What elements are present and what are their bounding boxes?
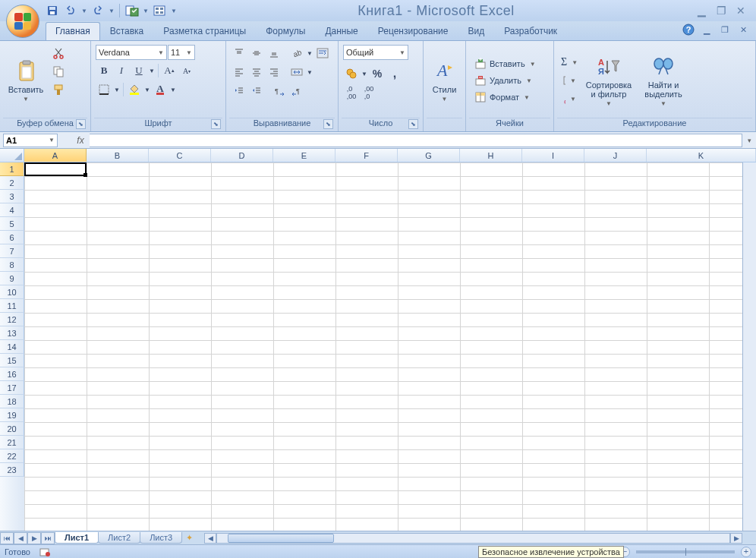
- hscroll-thumb[interactable]: [228, 534, 334, 543]
- font-dialog-launcher[interactable]: ⬊: [211, 119, 221, 129]
- sheet-tab[interactable]: Лист1: [55, 532, 99, 544]
- row-header[interactable]: 3: [0, 190, 24, 203]
- align-center-icon[interactable]: [248, 64, 265, 80]
- cell-grid[interactable]: [24, 162, 742, 531]
- qat-undo-dropdown[interactable]: ▼: [80, 2, 88, 19]
- bold-button[interactable]: B: [96, 62, 112, 79]
- new-sheet-button[interactable]: ✦: [181, 533, 197, 543]
- mdi-close-icon[interactable]: ✕: [733, 4, 748, 17]
- col-header[interactable]: H: [460, 149, 522, 162]
- font-color-button[interactable]: A: [152, 81, 169, 98]
- row-header[interactable]: 12: [0, 313, 24, 326]
- align-middle-icon[interactable]: [248, 45, 265, 61]
- formula-input[interactable]: [90, 134, 742, 147]
- ltr-icon[interactable]: ¶: [271, 83, 288, 99]
- sheet-tab[interactable]: Лист3: [140, 532, 182, 544]
- number-format-combo[interactable]: Общий▼: [343, 45, 408, 60]
- tab-insert[interactable]: Вставка: [100, 22, 154, 40]
- select-all-corner[interactable]: [0, 149, 24, 162]
- col-header[interactable]: A: [24, 149, 87, 162]
- hscroll-right[interactable]: ▶: [730, 533, 742, 544]
- qat-custom2-icon[interactable]: [151, 2, 168, 19]
- vertical-scrollbar[interactable]: [742, 162, 756, 531]
- align-right-icon[interactable]: [266, 64, 282, 80]
- delete-cells-button[interactable]: Удалить▼: [471, 72, 549, 89]
- alignment-dialog-launcher[interactable]: ⬊: [323, 119, 333, 129]
- autosum-button[interactable]: Σ▼: [559, 54, 580, 71]
- window-close-icon[interactable]: ✕: [736, 23, 750, 36]
- hscroll-track[interactable]: [216, 533, 730, 544]
- row-header[interactable]: 14: [0, 340, 24, 354]
- underline-dropdown[interactable]: ▼: [148, 62, 156, 79]
- active-cell[interactable]: [24, 162, 87, 176]
- sheet-nav-last[interactable]: ⏭: [41, 532, 55, 544]
- clear-button[interactable]: ▼: [559, 90, 580, 107]
- qat-redo-icon[interactable]: [90, 2, 106, 19]
- col-header[interactable]: E: [273, 149, 335, 162]
- accounting-dropdown[interactable]: ▼: [361, 65, 368, 82]
- window-restore-icon[interactable]: ❐: [718, 23, 732, 36]
- sheet-nav-first[interactable]: ⏮: [0, 532, 14, 544]
- qat-redo-dropdown[interactable]: ▼: [108, 2, 115, 19]
- col-header[interactable]: K: [647, 149, 756, 162]
- styles-button[interactable]: A Стили ▼: [427, 43, 462, 118]
- decrease-indent-icon[interactable]: [231, 83, 247, 99]
- sheet-tab[interactable]: Лист2: [98, 532, 140, 544]
- qat-customize-dropdown[interactable]: ▼: [169, 2, 178, 19]
- rtl-icon[interactable]: ¶: [288, 83, 305, 99]
- hscroll-left[interactable]: ◀: [204, 533, 216, 544]
- row-header[interactable]: 15: [0, 354, 24, 367]
- fx-button[interactable]: fx: [71, 135, 90, 146]
- borders-dropdown[interactable]: ▼: [113, 81, 121, 98]
- comma-format-icon[interactable]: ,: [386, 65, 403, 82]
- clipboard-dialog-launcher[interactable]: ⬊: [76, 119, 86, 129]
- col-header[interactable]: F: [335, 149, 398, 162]
- row-header[interactable]: 9: [0, 272, 24, 285]
- fill-color-button[interactable]: [126, 81, 143, 98]
- align-bottom-icon[interactable]: [266, 45, 282, 61]
- col-header[interactable]: C: [149, 149, 211, 162]
- paste-button[interactable]: Вставить ▼: [3, 43, 49, 118]
- col-header[interactable]: D: [211, 149, 273, 162]
- qat-custom1-icon[interactable]: [124, 2, 140, 19]
- font-name-combo[interactable]: Verdana▼: [96, 45, 167, 60]
- shrink-font-icon[interactable]: A▾: [178, 62, 195, 79]
- qat-custom1-dropdown[interactable]: ▼: [142, 2, 150, 19]
- increase-decimal-icon[interactable]: ,0,00: [343, 84, 360, 101]
- macro-record-icon[interactable]: [39, 547, 52, 557]
- italic-button[interactable]: I: [113, 62, 130, 79]
- format-painter-icon[interactable]: [50, 81, 67, 98]
- row-header[interactable]: 22: [0, 449, 24, 463]
- font-color-dropdown[interactable]: ▼: [169, 81, 177, 98]
- zoom-in-button[interactable]: +: [741, 547, 751, 557]
- row-header[interactable]: 21: [0, 436, 24, 449]
- orientation-icon[interactable]: ab: [288, 45, 305, 61]
- row-header[interactable]: 1: [0, 162, 24, 176]
- row-header[interactable]: 2: [0, 176, 24, 190]
- format-cells-button[interactable]: Формат▼: [471, 89, 549, 106]
- font-size-combo[interactable]: 11▼: [168, 45, 195, 60]
- wrap-text-icon[interactable]: [314, 45, 331, 61]
- col-header[interactable]: I: [522, 149, 584, 162]
- number-dialog-launcher[interactable]: ⬊: [408, 119, 418, 129]
- row-header[interactable]: 19: [0, 408, 24, 422]
- row-header[interactable]: 18: [0, 395, 24, 408]
- row-header[interactable]: 7: [0, 244, 24, 258]
- fill-color-dropdown[interactable]: ▼: [143, 81, 151, 98]
- copy-icon[interactable]: [50, 63, 67, 80]
- accounting-format-icon[interactable]: [343, 65, 360, 82]
- percent-format-icon[interactable]: %: [369, 65, 386, 82]
- mdi-minimize-icon[interactable]: ▁: [694, 4, 709, 17]
- window-minimize-icon[interactable]: ▁: [700, 23, 713, 36]
- row-header[interactable]: 11: [0, 299, 24, 313]
- row-header[interactable]: 23: [0, 463, 24, 477]
- col-header[interactable]: B: [87, 149, 149, 162]
- qat-save-icon[interactable]: [44, 2, 61, 19]
- qat-undo-icon[interactable]: [62, 2, 79, 19]
- tab-developer[interactable]: Разработчик: [494, 22, 567, 40]
- name-box[interactable]: A1▼: [3, 134, 58, 147]
- merge-cells-icon[interactable]: [288, 64, 305, 80]
- expand-formula-bar[interactable]: ▾: [742, 137, 756, 144]
- decrease-decimal-icon[interactable]: ,00,0: [361, 84, 377, 101]
- merge-dropdown[interactable]: ▼: [306, 64, 313, 80]
